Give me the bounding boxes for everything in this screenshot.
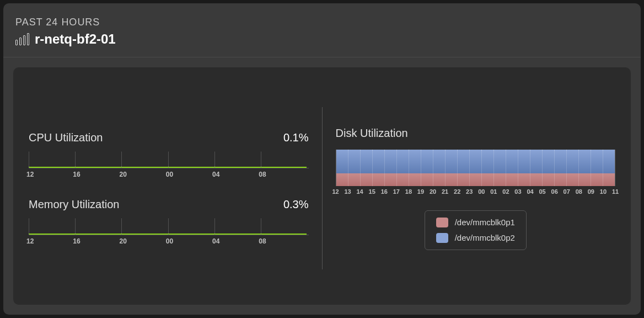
axis-tick-label: 06: [551, 188, 558, 195]
axis-tick-label: 13: [344, 188, 351, 195]
legend-item-p1: /dev/mmcblk0p1: [436, 218, 515, 227]
cpu-sparkline: 121620000408: [29, 152, 309, 178]
axis-tick-label: 20: [119, 237, 126, 245]
legend-label-p1: /dev/mmcblk0p1: [455, 218, 515, 227]
grid-tick: [29, 152, 29, 168]
disk-series-p1: [336, 173, 615, 186]
right-column: Disk Utilization 12131415161718192021222…: [323, 94, 616, 283]
axis-tick-label: 12: [26, 237, 34, 245]
grid-tick: [75, 219, 76, 235]
memory-label: Memory Utilization: [29, 198, 119, 211]
axis-tick-label: 20: [430, 188, 436, 195]
axis-tick-label: 11: [612, 188, 619, 195]
axis-tick-label: 02: [502, 188, 509, 195]
axis-tick-label: 23: [466, 188, 473, 195]
grid-tick: [214, 219, 215, 235]
grid-tick: [261, 219, 261, 235]
grid-tick: [261, 152, 261, 168]
disk-label: Disk Utilization: [336, 127, 616, 140]
content-area: CPU Utilization 0.1% 121620000408 Memory…: [3, 57, 641, 315]
dashboard-card: PAST 24 HOURS r-netq-bf2-01 CPU Utilizat…: [3, 3, 641, 315]
axis-tick-label: 00: [166, 237, 173, 245]
axis-tick-label: 00: [478, 188, 485, 195]
axis-tick-label: 08: [259, 171, 266, 178]
cpu-block: CPU Utilization 0.1% 121620000408: [29, 131, 309, 178]
legend-item-p2: /dev/mmcblk0p2: [436, 233, 515, 243]
axis-tick-label: 00: [166, 171, 173, 178]
legend-label-p2: /dev/mmcblk0p2: [455, 233, 515, 242]
grid-tick: [75, 152, 76, 168]
memory-value: 0.3%: [283, 198, 309, 211]
axis-tick-label: 16: [381, 188, 388, 195]
disk-chart: [336, 150, 616, 186]
cpu-label: CPU Utilization: [29, 131, 103, 144]
axis-tick-label: 10: [600, 188, 607, 195]
timespan-label: PAST 24 HOURS: [15, 17, 629, 28]
memory-sparkline: 121620000408: [29, 219, 309, 245]
axis-tick-label: 04: [212, 171, 219, 178]
card-header: PAST 24 HOURS r-netq-bf2-01: [3, 3, 641, 57]
grid-tick: [168, 152, 169, 168]
axis-tick-label: 18: [405, 188, 412, 195]
axis-tick-label: 01: [490, 188, 497, 195]
cpu-value: 0.1%: [283, 131, 309, 144]
grid-tick: [168, 219, 169, 235]
bars-icon: [15, 33, 29, 45]
grid-tick: [121, 219, 122, 235]
left-column: CPU Utilization 0.1% 121620000408 Memory…: [29, 94, 322, 283]
axis-tick-label: 09: [588, 188, 594, 195]
axis-tick-label: 07: [564, 188, 570, 195]
metrics-panel: CPU Utilization 0.1% 121620000408 Memory…: [13, 67, 631, 305]
axis-tick-label: 16: [73, 237, 80, 245]
axis-tick-label: 05: [539, 188, 545, 195]
axis-tick-label: 04: [212, 237, 219, 245]
axis-tick-label: 12: [332, 188, 339, 195]
axis-tick-label: 12: [26, 171, 34, 178]
axis-tick-label: 14: [357, 188, 363, 195]
axis-tick-label: 03: [514, 188, 521, 195]
axis-tick-label: 19: [417, 188, 424, 195]
axis-tick-label: 15: [369, 188, 375, 195]
axis-tick-label: 17: [393, 188, 400, 195]
swatch-pink-icon: [436, 218, 448, 227]
grid-tick: [121, 152, 122, 168]
axis-tick-label: 21: [442, 188, 448, 195]
host-title: r-netq-bf2-01: [35, 31, 116, 47]
disk-series-p2: [336, 150, 615, 174]
disk-axis-labels: 1213141516171819202122230001020304050607…: [336, 188, 616, 197]
title-row: r-netq-bf2-01: [15, 31, 629, 47]
axis-tick-label: 16: [73, 171, 80, 178]
memory-block: Memory Utilization 0.3% 121620000408: [29, 198, 309, 245]
axis-tick-label: 08: [259, 237, 266, 245]
swatch-blue-icon: [436, 233, 448, 243]
axis-tick-label: 20: [119, 171, 126, 178]
axis-tick-label: 04: [527, 188, 533, 195]
axis-tick-label: 22: [454, 188, 460, 195]
grid-tick: [29, 219, 29, 235]
axis-tick-label: 08: [576, 188, 582, 195]
grid-tick: [214, 152, 215, 168]
disk-legend: /dev/mmcblk0p1 /dev/mmcblk0p2: [425, 210, 527, 250]
